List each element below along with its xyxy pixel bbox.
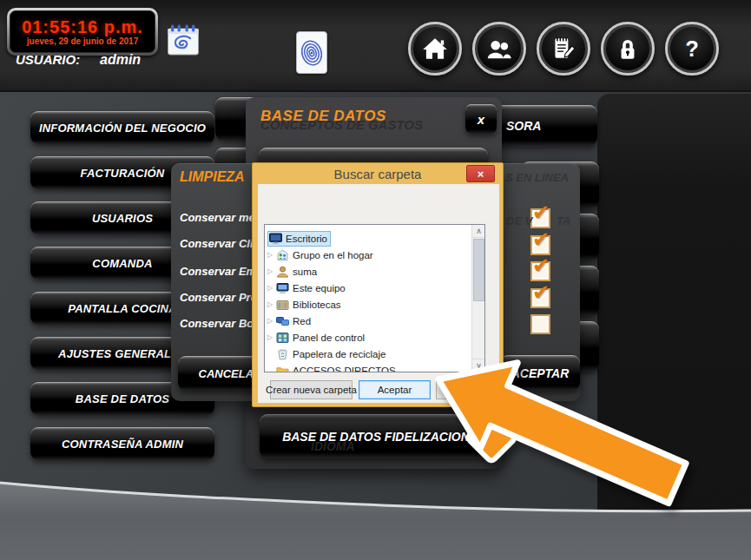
desktop-icon	[269, 233, 282, 245]
scrollbar-thumb[interactable]	[473, 239, 484, 301]
checkmark-icon: ✔	[532, 201, 550, 225]
fingerprint-button[interactable]	[296, 31, 327, 74]
scroll-down-icon[interactable]: ∨	[472, 359, 485, 372]
limpieza-row-label: Conservar Em	[180, 265, 256, 278]
fingerprint-icon	[300, 36, 324, 70]
ghost-label-idioma: IDIOMA	[311, 439, 355, 453]
control-panel-icon	[276, 332, 289, 344]
expander-icon[interactable]: ▷	[265, 333, 275, 341]
tree-item-label: Este equipo	[293, 283, 346, 293]
base-datos-fidelizacion-button[interactable]: BASE DE DATOS FIDELIZACION	[260, 414, 492, 458]
limpieza-row-label: Conservar Cli	[180, 237, 254, 250]
tree-item-papelera-de-reciclaje[interactable]: Papelera de reciclaje	[265, 346, 484, 362]
header-bar: 01:55:16 p.m. jueves, 29 de junio de 201…	[0, 0, 751, 92]
expander-icon[interactable]: ▷	[265, 284, 275, 292]
expander-icon[interactable]: ▷	[265, 267, 275, 275]
user-label: USUARIO:	[16, 52, 80, 67]
homegroup-icon	[276, 249, 289, 261]
checkbox-checked[interactable]: ✔	[530, 208, 550, 228]
computer-icon	[276, 282, 289, 294]
folder-icon	[276, 365, 289, 373]
homegroup-icon	[276, 249, 289, 261]
tree-item-selected[interactable]: Escritorio	[268, 232, 330, 246]
aceptar-button[interactable]: ACEPTAR	[500, 355, 580, 391]
tree-item-panel-de-control[interactable]: ▷Panel de control	[265, 329, 484, 346]
buscar-carpeta-dialog: Buscar carpeta × Escritorio▷Grupo en el …	[252, 162, 504, 407]
nav-notes-button[interactable]	[537, 22, 590, 76]
close-icon: ×	[478, 168, 484, 180]
folder-icon	[276, 365, 289, 373]
app-screen: SORA 01:55:16 p.m. jueves, 29 de junio d…	[0, 0, 751, 560]
expander-icon[interactable]: ▷	[265, 300, 275, 308]
clock-time: 01:55:16 p.m.	[22, 17, 143, 36]
sidebar-item-contrasena-admin[interactable]: CONTRASEÑA ADMIN	[30, 427, 214, 460]
window-title: BASE DE DATOS	[260, 108, 386, 125]
libraries-icon	[276, 299, 289, 311]
tree-item-label: Bibliotecas	[293, 300, 341, 310]
expander-icon[interactable]: ▷	[265, 317, 275, 325]
nav-help-button[interactable]: ?	[665, 22, 719, 76]
tree-item-este-equipo[interactable]: ▷Este equipo	[265, 280, 484, 296]
home-icon	[420, 34, 450, 63]
aceptar-dialog-button[interactable]: Aceptar	[359, 380, 431, 399]
checkbox-checked[interactable]: ✔	[530, 235, 550, 255]
sidebar-item-informacion-del-negocio[interactable]: INFORMACIÓN DEL NEGOCIO	[30, 111, 214, 144]
checkbox-checked[interactable]: ✔	[530, 288, 550, 308]
checkbox-unchecked[interactable]	[530, 314, 550, 334]
tree-item-bibliotecas[interactable]: ▷Bibliotecas	[265, 296, 484, 313]
users-icon	[484, 34, 514, 63]
desktop-icon	[269, 233, 282, 245]
dialog-close-button[interactable]: ×	[466, 165, 495, 182]
crear-nueva-carpeta-button[interactable]: Crear nueva carpeta	[270, 380, 352, 399]
tree-item-suma[interactable]: ▷suma	[265, 263, 484, 280]
tree-item-red[interactable]: ▷Red	[265, 313, 484, 329]
tree-item-escritorio[interactable]: Escritorio	[265, 230, 484, 247]
tree-item-label: Escritorio	[286, 234, 327, 244]
expander-icon[interactable]: ▷	[265, 251, 275, 259]
tree-item-content[interactable]: suma	[275, 265, 320, 279]
tree-item-label: Panel de control	[293, 333, 365, 343]
tree-item-content[interactable]: Panel de control	[275, 331, 367, 345]
tree-item-content[interactable]: Bibliotecas	[275, 298, 344, 312]
recycle-bin-icon	[276, 348, 289, 360]
tree-item-label: ACCESOS DIRECTOS	[293, 366, 396, 373]
nav-users-button[interactable]	[472, 22, 526, 76]
tree-item-accesos-directos[interactable]: ACCESOS DIRECTOS	[265, 362, 484, 372]
user-folder-icon	[276, 266, 289, 278]
scroll-up-icon[interactable]: ∧	[472, 225, 485, 238]
checkbox-checked[interactable]: ✔	[530, 261, 550, 281]
checkmark-icon: ✔	[532, 227, 550, 252]
tree-item-label: Red	[293, 316, 311, 326]
dialog-title: Buscar carpeta	[253, 163, 503, 184]
nav-home-button[interactable]	[408, 22, 462, 76]
close-button[interactable]: x	[465, 104, 497, 134]
tree-item-content[interactable]: Papelera de reciclaje	[275, 347, 388, 361]
tree-item-label: Papelera de reciclaje	[293, 349, 385, 359]
user-name: admin	[100, 52, 141, 68]
network-icon	[276, 315, 289, 327]
lock-icon	[613, 34, 642, 63]
tree-item-content[interactable]: Grupo en el hogar	[275, 248, 376, 262]
nav-icon-bar: ?	[408, 22, 719, 76]
folder-tree: Escritorio▷Grupo en el hogar▷suma▷Este e…	[264, 224, 485, 372]
svg-text:?: ?	[685, 36, 699, 61]
checkmark-icon: ✔	[532, 280, 550, 305]
recycle-bin-icon	[276, 348, 289, 360]
tree-item-content[interactable]: Red	[275, 314, 313, 328]
tree-scrollbar[interactable]: ∧ ∨	[471, 225, 484, 372]
tree-item-content[interactable]: ACCESOS DIRECTOS	[275, 364, 399, 373]
resize-grip[interactable]	[488, 391, 498, 401]
ghost-label-ta: TA	[557, 214, 570, 227]
tree-item-content[interactable]: Este equipo	[275, 281, 348, 295]
window-title: LIMPIEZA	[180, 169, 245, 185]
background-panel	[597, 94, 751, 560]
ghost-label-en-linea: S EN LINEA	[505, 171, 569, 184]
limpieza-row-label: Conservar me	[180, 211, 255, 224]
libraries-icon	[276, 299, 289, 311]
checkmark-icon: ✔	[532, 254, 550, 278]
help-icon: ?	[677, 34, 707, 63]
partial-button-label: SORA	[506, 119, 541, 133]
calendar-icon[interactable]	[167, 23, 200, 56]
nav-lock-button[interactable]	[601, 22, 655, 76]
tree-item-grupo-en-el-hogar[interactable]: ▷Grupo en el hogar	[265, 247, 484, 263]
